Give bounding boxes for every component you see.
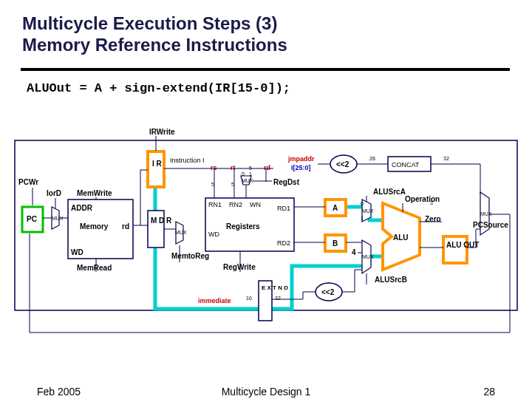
title-rule	[21, 68, 510, 71]
svg-text:WD: WD	[208, 231, 219, 238]
irwrite-label: IRWrite	[149, 128, 175, 136]
svg-text:RN2: RN2	[229, 201, 242, 208]
svg-text:I[25:0]: I[25:0]	[291, 164, 311, 171]
alusrcb-label: ALUSrcB	[375, 276, 407, 284]
svg-text:MUX: MUX	[242, 178, 253, 183]
svg-text:MUX: MUX	[362, 208, 374, 214]
title-line-2: Memory Reference Instructions	[22, 35, 287, 55]
footer-center: Multicycle Design 1	[222, 386, 311, 398]
svg-text:MUX: MUX	[175, 230, 187, 235]
immediate-label: immediate	[198, 297, 231, 304]
regdst-label: RegDst	[273, 178, 300, 186]
svg-text:Registers: Registers	[226, 222, 260, 231]
memread-label: MemRead	[77, 264, 112, 272]
svg-text:3: 3	[430, 200, 433, 205]
datapath-diagram: PC PCWr MUX IorD Memory ADDR rd WD MemWr…	[7, 111, 525, 347]
svg-text:M
D
R: M D R	[151, 216, 172, 225]
svg-text:CONCAT: CONCAT	[392, 161, 420, 168]
svg-text:rd: rd	[264, 164, 270, 171]
svg-text:ALU: ALU	[393, 233, 409, 242]
svg-text:A: A	[332, 204, 338, 212]
svg-text:rt: rt	[231, 164, 236, 171]
svg-text:MUX: MUX	[362, 254, 374, 259]
svg-text:0: 0	[361, 201, 364, 206]
footer-page: 28	[483, 386, 495, 398]
svg-text:5: 5	[231, 182, 234, 187]
svg-text:WD: WD	[71, 248, 83, 256]
svg-text:rs: rs	[211, 164, 217, 171]
memwrite-label: MemWrite	[77, 189, 112, 197]
pcwr-label: PCWr	[18, 178, 38, 186]
ir-block	[148, 151, 164, 187]
svg-text:4: 4	[352, 248, 356, 256]
iord-label: IorD	[47, 189, 61, 197]
svg-text:<<2: <<2	[321, 288, 335, 296]
pcsource-label: PCSource	[473, 221, 508, 229]
svg-text:RD1: RD1	[277, 205, 290, 212]
code-expression: ALUOut = A + sign-extend(IR[15-0]);	[27, 81, 290, 95]
svg-text:RN1: RN1	[208, 201, 222, 208]
memtoreg-label: MemtoReg	[171, 252, 209, 260]
svg-text:32: 32	[275, 296, 281, 301]
svg-text:ADDR: ADDR	[71, 204, 93, 212]
instruction-i-label: Instruction I	[170, 157, 205, 164]
svg-text:B: B	[332, 239, 338, 248]
footer-date: Feb 2005	[37, 386, 81, 398]
svg-text:32: 32	[443, 156, 449, 161]
svg-text:1: 1	[361, 216, 364, 221]
svg-text:I
R: I R	[152, 160, 163, 168]
alusrca-label: ALUSrcA	[373, 188, 406, 196]
regwrite-label: RegWrite	[223, 263, 256, 271]
svg-text:5: 5	[211, 182, 214, 187]
svg-text:<<2: <<2	[336, 160, 349, 168]
svg-text:0: 0	[242, 171, 245, 177]
pc-label: PC	[27, 215, 37, 223]
svg-text:E
X
T
N
D: E X T N D	[262, 284, 288, 291]
svg-text:RD2: RD2	[277, 239, 290, 247]
title-line-1: Multicycle Execution Steps (3)	[22, 13, 277, 33]
jmpaddr-label: jmpaddr	[287, 155, 315, 163]
slide-title: Multicycle Execution Steps (3) Memory Re…	[22, 13, 287, 56]
svg-text:Memory: Memory	[80, 222, 109, 231]
svg-text:28: 28	[369, 156, 375, 161]
svg-text:WN: WN	[250, 201, 261, 208]
operation-label: Operation	[405, 195, 440, 203]
svg-text:1: 1	[249, 171, 252, 177]
svg-text:rd: rd	[122, 222, 129, 231]
svg-text:16: 16	[246, 296, 252, 301]
